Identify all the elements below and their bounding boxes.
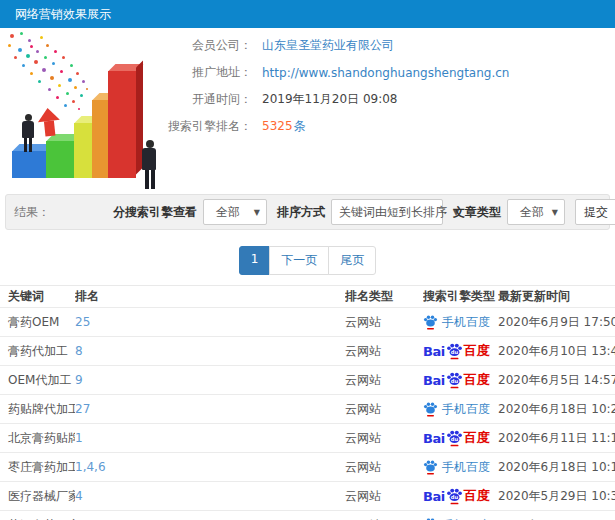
rank-type-cell: 云网站 — [345, 453, 423, 482]
rank-link[interactable]: 1,4,6 — [75, 453, 345, 482]
table-row: 药贴牌代加工 27 云网站 手机百度 2020年6月18日 10:25 — [0, 395, 615, 424]
baidu-paw-icon: du — [446, 488, 463, 505]
confetti-dot — [28, 39, 31, 42]
filter-controls: 分搜索引擎查看 全部 ▼ 排序方式 关键词由短到长排序 ▼ 文章类型 全部 ▼ … — [103, 199, 609, 225]
confetti-dot — [86, 88, 88, 90]
bar-red — [108, 71, 136, 178]
confetti-dot — [34, 60, 38, 64]
baidu-paw-icon — [423, 460, 438, 475]
col-rank: 排名 — [75, 286, 345, 308]
confetti-dot — [76, 72, 79, 75]
engine-view-label: 分搜索引擎查看 — [113, 204, 197, 221]
updated-cell: 2020年6月11日 11:18 — [498, 424, 615, 453]
baidu-paw-icon: du — [446, 430, 463, 447]
engine-rank-row: 搜索引擎排名： 5325条 — [160, 113, 615, 140]
rank-count: 5325 — [262, 119, 293, 133]
table-row: 菏泽膏药厂家 17 云网站 手机百度 2020年6月11日 11:40 — [0, 511, 615, 520]
baidu-paw-icon — [423, 402, 438, 417]
rank-unit: 条 — [294, 119, 306, 133]
rank-link[interactable]: 1 — [75, 424, 345, 453]
keyword-cell: 膏药代加工 — [0, 337, 75, 366]
confetti-dot — [78, 108, 80, 110]
confetti-dot — [62, 56, 65, 59]
confetti-dot — [56, 96, 59, 99]
baidu-logo: Bai du 百度 — [423, 371, 498, 389]
top-section: 会员公司： 山东皇圣堂药业有限公司 推广地址： http://www.shand… — [0, 28, 615, 192]
updated-cell: 2020年6月18日 10:19 — [498, 453, 615, 482]
baidu-logo: Bai du 百度 — [423, 487, 498, 505]
page-1-button[interactable]: 1 — [239, 246, 271, 275]
keyword-cell: 北京膏药贴牌 — [0, 424, 75, 453]
rank-type-cell: 云网站 — [345, 482, 423, 511]
company-link[interactable]: 山东皇圣堂药业有限公司 — [262, 37, 394, 54]
updated-cell: 2020年6月5日 14:57 — [498, 366, 615, 395]
rank-link[interactable]: 4 — [75, 482, 345, 511]
keyword-cell: OEM代加工 — [0, 366, 75, 395]
confetti-dot — [54, 50, 57, 53]
confetti-dot — [46, 44, 49, 47]
confetti-dot — [48, 88, 51, 91]
keyword-cell: 医疗器械厂家 — [0, 482, 75, 511]
next-page-button[interactable]: 下一页 — [269, 246, 329, 275]
confetti-dot — [20, 32, 23, 35]
company-label: 会员公司： — [160, 37, 252, 54]
engine-view-selected: 全部 — [216, 204, 240, 221]
rank-link[interactable]: 9 — [75, 366, 345, 395]
keyword-cell: 枣庄膏药加工 — [0, 453, 75, 482]
mobile-baidu-badge: 手机百度 — [423, 459, 498, 476]
confetti-dot — [70, 64, 73, 67]
open-time-row: 开通时间： 2019年11月20日 09:08 — [160, 86, 615, 113]
confetti-dot — [66, 92, 69, 95]
keyword-ranking-table: 关键词 排名 排名类型 搜索引擎类型 最新更新时间 膏药OEM 25 云网站 手… — [0, 285, 615, 520]
sort-select[interactable]: 关键词由短到长排序 ▼ — [331, 199, 443, 225]
engine-view-select[interactable]: 全部 ▼ — [203, 199, 267, 225]
keyword-cell: 药贴牌代加工 — [0, 395, 75, 424]
rank-type-cell: 云网站 — [345, 366, 423, 395]
table-row: 枣庄膏药加工 1,4,6 云网站 手机百度 2020年6月18日 10:19 — [0, 453, 615, 482]
svg-text:du: du — [450, 349, 458, 355]
chevron-down-icon: ▼ — [552, 208, 558, 217]
open-time-label: 开通时间： — [160, 91, 252, 108]
confetti-dot — [26, 54, 30, 58]
confetti-dot — [52, 62, 55, 65]
page-title: 网络营销效果展示 — [15, 7, 111, 21]
confetti-dot — [82, 80, 85, 83]
confetti-dot — [30, 72, 33, 75]
baidu-paw-icon: du — [446, 372, 463, 389]
keyword-cell: 膏药OEM — [0, 308, 75, 337]
updated-cell: 2020年6月9日 17:50 — [498, 308, 615, 337]
promo-url-link[interactable]: http://www.shandonghuangshengtang.cn — [262, 66, 509, 80]
svg-text:du: du — [450, 378, 458, 384]
rank-link[interactable]: 8 — [75, 337, 345, 366]
rank-link[interactable]: 25 — [75, 308, 345, 337]
open-time-value: 2019年11月20日 09:08 — [262, 91, 397, 108]
confetti-dot — [58, 84, 61, 87]
rank-link[interactable]: 17 — [75, 511, 345, 520]
businessman-right — [140, 140, 158, 190]
rank-type-cell: 云网站 — [345, 511, 423, 520]
col-engine-type: 搜索引擎类型 — [423, 286, 498, 308]
submit-button[interactable]: 提交 — [575, 199, 615, 225]
rank-link[interactable]: 27 — [75, 395, 345, 424]
company-row: 会员公司： 山东皇圣堂药业有限公司 — [160, 32, 615, 59]
confetti-dot — [36, 50, 39, 53]
confetti-dot — [74, 86, 77, 89]
table-row: 医疗器械厂家 4 云网站 Bai du 百度 2020年5月29日 10:32 — [0, 482, 615, 511]
confetti-dot — [14, 56, 17, 59]
engine-rank-label: 搜索引擎排名： — [160, 118, 252, 135]
rank-type-cell: 云网站 — [345, 337, 423, 366]
confetti-dot — [42, 68, 46, 72]
sort-selected: 关键词由短到长排序 — [339, 204, 447, 221]
promo-url-row: 推广地址： http://www.shandonghuangshengtang.… — [160, 59, 615, 86]
last-page-button[interactable]: 尾页 — [328, 246, 376, 275]
updated-cell: 2020年6月10日 13:40 — [498, 337, 615, 366]
baidu-paw-icon: du — [446, 343, 463, 360]
svg-text:du: du — [450, 494, 458, 500]
article-type-label: 文章类型 — [453, 204, 501, 221]
pagination: 1 下一页 尾页 — [0, 246, 615, 275]
result-label: 结果： — [14, 204, 50, 221]
engine-rank-value: 5325条 — [262, 118, 306, 135]
promo-url-label: 推广地址： — [160, 64, 252, 81]
confetti-dot — [50, 76, 54, 80]
article-type-select[interactable]: 全部 ▼ — [507, 199, 565, 225]
